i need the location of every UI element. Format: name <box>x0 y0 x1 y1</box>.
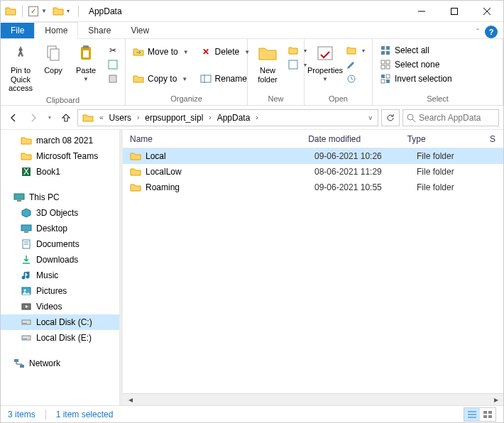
breadcrumb-part[interactable]: Users <box>106 110 134 126</box>
chevron-right-icon[interactable]: › <box>207 114 212 121</box>
move-to-button[interactable]: Move to▼ <box>130 45 192 59</box>
folder-icon <box>130 166 141 177</box>
nav-thispc-item[interactable]: Downloads <box>1 252 119 268</box>
nav-quick-item[interactable]: march 08 2021 <box>1 133 119 148</box>
svg-rect-9 <box>109 60 117 69</box>
address-history-button[interactable]: v <box>365 114 377 121</box>
svg-rect-19 <box>386 51 390 55</box>
back-button[interactable] <box>5 109 22 126</box>
window-title: AppData <box>89 6 122 16</box>
nav-thispc-item[interactable]: Documents <box>1 236 119 252</box>
collapse-ribbon-icon[interactable]: ˆ <box>476 28 479 36</box>
svg-rect-45 <box>23 339 27 339</box>
help-button[interactable]: ? <box>485 26 498 38</box>
recent-locations-button[interactable]: ▾ <box>45 109 55 126</box>
column-headers: Name Date modified Type S <box>123 130 503 148</box>
copy-icon <box>42 42 65 65</box>
nav-thispc-item[interactable]: Desktop <box>1 221 119 236</box>
chevron-right-icon[interactable]: « <box>98 114 105 121</box>
folder-icon <box>21 150 32 162</box>
icons-view-button[interactable] <box>480 408 495 421</box>
file-date: 08-06-2021 11:29 <box>307 167 410 177</box>
cut-button[interactable]: ✂ <box>104 43 121 57</box>
nav-label: Music <box>36 270 58 280</box>
refresh-button[interactable] <box>381 109 400 126</box>
invert-selection-button[interactable]: Invert selection <box>377 72 455 86</box>
copy-path-button[interactable] <box>104 57 121 72</box>
tab-share[interactable]: Share <box>78 23 121 38</box>
qat-dropdown-icon[interactable]: ▼ <box>41 8 47 14</box>
delete-button[interactable]: ✕ Delete▼ <box>197 45 253 59</box>
status-item-count: 3 items <box>8 410 35 419</box>
file-row[interactable]: LocalLow08-06-2021 11:29File folder <box>123 164 503 180</box>
desktop-icon <box>21 223 32 234</box>
group-label-organize: Organize <box>130 93 243 105</box>
copy-button[interactable]: Copy <box>38 40 69 77</box>
nav-quick-item[interactable]: Microsoft Teams <box>1 148 119 164</box>
rename-button[interactable]: Rename <box>197 72 253 86</box>
breadcrumb-part[interactable]: erpsupport_sipl <box>142 110 206 126</box>
chevron-down-icon: ▾ <box>362 48 365 54</box>
search-input[interactable] <box>419 113 495 123</box>
nav-this-pc[interactable]: This PC <box>1 189 119 205</box>
qat-divider <box>22 6 23 17</box>
close-button[interactable] <box>471 1 503 22</box>
column-date[interactable]: Date modified <box>301 134 400 144</box>
history-button[interactable] <box>343 72 368 86</box>
status-selected-count: 1 item selected <box>56 410 114 419</box>
nav-thispc-item[interactable]: Music <box>1 268 119 283</box>
search-box[interactable] <box>402 109 499 126</box>
breadcrumb-root[interactable] <box>80 110 97 126</box>
window-controls <box>405 1 503 22</box>
scroll-left-icon[interactable]: ◂ <box>124 395 136 405</box>
qat-dropdown-icon[interactable]: ▾ <box>67 8 70 14</box>
nav-thispc-item[interactable]: Videos <box>1 299 119 314</box>
select-all-button[interactable]: Select all <box>377 43 455 57</box>
nav-thispc-item[interactable]: Local Disk (E:) <box>1 330 119 346</box>
file-name: Local <box>146 151 166 161</box>
qat-checkbox[interactable] <box>28 6 38 16</box>
breadcrumb-part[interactable]: AppData <box>214 110 253 126</box>
column-size[interactable]: S <box>483 134 503 144</box>
nav-quick-item[interactable]: XBook1 <box>1 164 119 180</box>
svg-rect-26 <box>381 79 385 83</box>
file-list[interactable]: Local09-06-2021 10:26File folderLocalLow… <box>123 148 503 393</box>
scissors-icon: ✂ <box>107 45 119 56</box>
svg-rect-13 <box>289 60 297 69</box>
tab-home[interactable]: Home <box>34 22 78 39</box>
tab-file[interactable]: File <box>1 23 34 38</box>
open-button[interactable]: ▾ <box>343 43 368 57</box>
chevron-right-icon[interactable]: › <box>136 114 141 121</box>
column-type[interactable]: Type <box>400 134 483 144</box>
select-none-button[interactable]: Select none <box>377 57 455 72</box>
scroll-right-icon[interactable]: ▸ <box>490 395 502 405</box>
column-name[interactable]: Name <box>123 134 301 144</box>
address-bar[interactable]: « Users › erpsupport_sipl › AppData › v <box>77 109 378 126</box>
nav-thispc-item[interactable]: 3D Objects <box>1 205 119 221</box>
navigation-pane[interactable]: march 08 2021Microsoft TeamsXBook1 This … <box>1 130 120 405</box>
details-view-button[interactable] <box>464 408 480 421</box>
copy-to-button[interactable]: Copy to▼ <box>130 72 192 86</box>
select-none-icon <box>380 59 391 70</box>
maximize-button[interactable] <box>438 1 471 22</box>
up-button[interactable] <box>57 109 75 126</box>
nav-thispc-item[interactable]: Local Disk (C:) <box>1 314 119 330</box>
tab-view[interactable]: View <box>121 23 159 38</box>
edit-button[interactable] <box>343 57 368 72</box>
new-folder-button[interactable]: New folder <box>252 40 283 85</box>
forward-button[interactable] <box>25 109 42 126</box>
chevron-right-icon[interactable]: › <box>254 114 259 121</box>
group-label-select: Select <box>377 93 498 105</box>
pin-to-quick-access-button[interactable]: Pin to Quick access <box>5 40 36 94</box>
horizontal-scrollbar[interactable]: ◂ ▸ <box>123 393 503 405</box>
file-row[interactable]: Roaming09-06-2021 10:55File folder <box>123 180 503 195</box>
paste-button[interactable]: Paste ▼ <box>70 40 102 84</box>
nav-thispc-item[interactable]: Pictures <box>1 283 119 299</box>
nav-network[interactable]: Network <box>1 356 119 371</box>
minimize-button[interactable] <box>405 1 438 22</box>
properties-button[interactable]: Properties ▼ <box>309 40 341 84</box>
chevron-down-icon: ▼ <box>183 49 189 55</box>
paste-shortcut-button[interactable] <box>104 72 121 86</box>
file-row[interactable]: Local09-06-2021 10:26File folder <box>123 148 503 164</box>
nav-label: Book1 <box>36 167 60 177</box>
